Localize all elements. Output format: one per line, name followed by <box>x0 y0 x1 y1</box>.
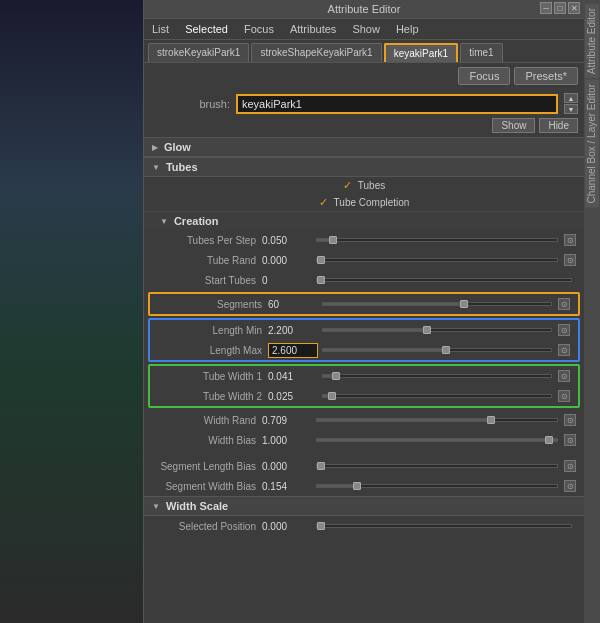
tube-rand-thumb[interactable] <box>317 256 325 264</box>
menu-help[interactable]: Help <box>392 21 423 37</box>
tubes-section-header[interactable]: ▼ Tubes <box>144 157 584 177</box>
length-max-label: Length Max <box>158 345 268 356</box>
focus-button[interactable]: Focus <box>458 67 510 85</box>
segments-row: Segments 60 ⊙ <box>150 294 578 314</box>
seg-length-bias-icon[interactable]: ⊙ <box>564 460 576 472</box>
tube-width2-fill <box>323 395 328 397</box>
segments-highlight: Segments 60 ⊙ <box>148 292 580 316</box>
start-tubes-thumb[interactable] <box>317 276 325 284</box>
width-bias-slider[interactable] <box>316 438 558 442</box>
menu-show[interactable]: Show <box>348 21 384 37</box>
brush-input[interactable] <box>236 94 558 114</box>
title-bar: Attribute Editor ─ □ ✕ <box>144 0 584 19</box>
seg-width-bias-row: Segment Width Bias 0.154 ⊙ <box>144 476 584 496</box>
width-bias-thumb[interactable] <box>545 436 553 444</box>
length-highlight: Length Min 2.200 ⊙ Length Max ⊙ <box>148 318 580 362</box>
start-tubes-slider[interactable] <box>316 278 572 282</box>
tab-strokeshapekeyakipark1[interactable]: strokeShapeKeyakiPark1 <box>251 43 381 62</box>
tubes-per-step-thumb[interactable] <box>329 236 337 244</box>
length-max-fill <box>323 349 442 351</box>
menu-attributes[interactable]: Attributes <box>286 21 340 37</box>
seg-width-bias-slider[interactable] <box>316 484 558 488</box>
tubes-per-step-fill <box>317 239 329 241</box>
start-tubes-label: Start Tubes <box>152 275 262 286</box>
tubes-per-step-row: Tubes Per Step 0.050 ⊙ <box>144 230 584 250</box>
brush-icon-up[interactable]: ▲ <box>564 93 578 103</box>
tubes-triangle: ▼ <box>152 163 160 172</box>
tube-width2-slider[interactable] <box>322 394 552 398</box>
width-rand-slider[interactable] <box>316 418 558 422</box>
seg-length-bias-thumb[interactable] <box>317 462 325 470</box>
length-max-slider[interactable] <box>322 348 552 352</box>
creation-title: Creation <box>174 215 219 227</box>
tube-width1-icon[interactable]: ⊙ <box>558 370 570 382</box>
glow-section-header[interactable]: ▶ Glow <box>144 137 584 157</box>
segments-icon[interactable]: ⊙ <box>558 298 570 310</box>
tab-keyakipark1[interactable]: keyakiPark1 <box>384 43 458 62</box>
menu-selected[interactable]: Selected <box>181 21 232 37</box>
length-max-thumb[interactable] <box>442 346 450 354</box>
tube-width2-icon[interactable]: ⊙ <box>558 390 570 402</box>
tubes-checkbox-label: Tubes <box>358 180 385 191</box>
brush-icon-down[interactable]: ▼ <box>564 104 578 114</box>
action-row: Focus Presets* <box>144 63 584 89</box>
width-rand-fill <box>317 419 487 421</box>
selected-position-slider[interactable] <box>316 524 572 528</box>
length-max-input[interactable] <box>268 343 318 358</box>
length-min-label: Length Min <box>158 325 268 336</box>
minimize-button[interactable]: ─ <box>540 2 552 14</box>
seg-length-bias-row: Segment Length Bias 0.000 ⊙ <box>144 456 584 476</box>
start-tubes-row: Start Tubes 0 <box>144 270 584 290</box>
length-min-thumb[interactable] <box>423 326 431 334</box>
tubes-check-icon: ✓ <box>343 179 352 192</box>
hide-button[interactable]: Hide <box>539 118 578 133</box>
sidebar-channel-box-label[interactable]: Channel Box / Layer Editor <box>585 80 599 208</box>
close-button[interactable]: ✕ <box>568 2 580 14</box>
content-area[interactable]: ▶ Glow ▼ Tubes ✓ Tubes ✓ Tube Completion… <box>144 137 584 623</box>
seg-width-bias-label: Segment Width Bias <box>152 481 262 492</box>
selected-position-value: 0.000 <box>262 521 312 532</box>
creation-subsection-header[interactable]: ▼ Creation <box>144 211 584 230</box>
seg-length-bias-slider[interactable] <box>316 464 558 468</box>
viewport-panel <box>0 0 143 623</box>
length-min-row: Length Min 2.200 ⊙ <box>150 320 578 340</box>
tube-width1-slider[interactable] <box>322 374 552 378</box>
width-rand-label: Width Rand <box>152 415 262 426</box>
tab-time1[interactable]: time1 <box>460 43 502 62</box>
seg-length-bias-label: Segment Length Bias <box>152 461 262 472</box>
tab-strokekeyakipark1[interactable]: strokeKeyakiPark1 <box>148 43 249 62</box>
tube-width2-thumb[interactable] <box>328 392 336 400</box>
width-scale-section-header[interactable]: ▼ Width Scale <box>144 496 584 516</box>
width-scale-title: Width Scale <box>166 500 228 512</box>
tube-rand-slider[interactable] <box>316 258 558 262</box>
width-bias-fill <box>317 439 557 441</box>
tubes-per-step-icon[interactable]: ⊙ <box>564 234 576 246</box>
width-bias-icon[interactable]: ⊙ <box>564 434 576 446</box>
menu-focus[interactable]: Focus <box>240 21 278 37</box>
length-min-slider[interactable] <box>322 328 552 332</box>
menu-list[interactable]: List <box>148 21 173 37</box>
length-max-icon[interactable]: ⊙ <box>558 344 570 356</box>
seg-width-bias-icon[interactable]: ⊙ <box>564 480 576 492</box>
sidebar-attr-editor-label[interactable]: Attribute Editor <box>585 4 599 78</box>
tab-bar: strokeKeyakiPark1 strokeShapeKeyakiPark1… <box>144 40 584 63</box>
tube-width2-value: 0.025 <box>268 391 318 402</box>
tube-width1-label: Tube Width 1 <box>158 371 268 382</box>
selected-position-thumb[interactable] <box>317 522 325 530</box>
segments-thumb[interactable] <box>460 300 468 308</box>
width-bias-row: Width Bias 1.000 ⊙ <box>144 430 584 450</box>
length-min-icon[interactable]: ⊙ <box>558 324 570 336</box>
width-rand-icon[interactable]: ⊙ <box>564 414 576 426</box>
width-scale-triangle: ▼ <box>152 502 160 511</box>
tube-width1-thumb[interactable] <box>332 372 340 380</box>
maximize-button[interactable]: □ <box>554 2 566 14</box>
tubes-per-step-slider[interactable] <box>316 238 558 242</box>
tube-rand-icon[interactable]: ⊙ <box>564 254 576 266</box>
presets-button[interactable]: Presets* <box>514 67 578 85</box>
seg-width-bias-thumb[interactable] <box>353 482 361 490</box>
width-rand-thumb[interactable] <box>487 416 495 424</box>
selected-position-row: Selected Position 0.000 <box>144 516 584 536</box>
segments-slider[interactable] <box>322 302 552 306</box>
width-bias-value: 1.000 <box>262 435 312 446</box>
show-button[interactable]: Show <box>492 118 535 133</box>
